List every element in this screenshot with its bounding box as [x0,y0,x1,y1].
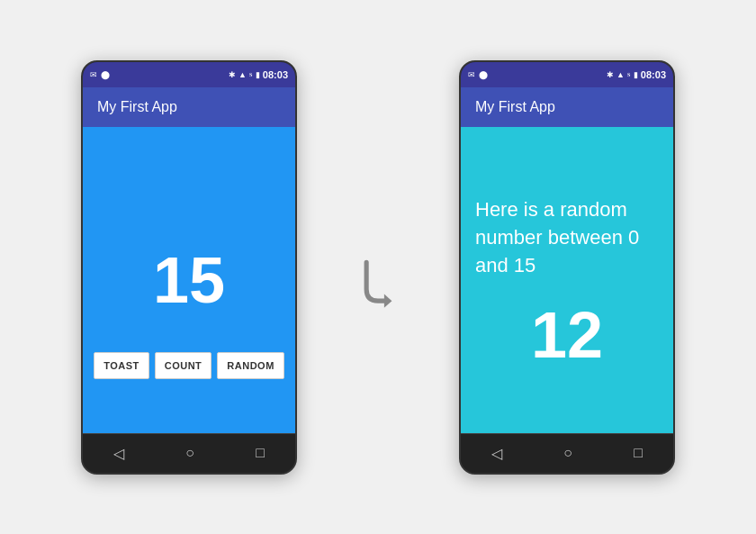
back-button-2[interactable]: ◁ [491,445,502,462]
status-time-2: 08:03 [641,69,666,80]
status-right-1: ✱ ▲ ᵴ ▮ 08:03 [229,69,288,80]
status-time-1: 08:03 [263,69,288,80]
transition-arrow [351,258,405,312]
recent-button-1[interactable]: □ [256,445,265,461]
random-button[interactable]: RANDOM [217,352,284,379]
content-area-1: 15 TOAST COUNT RANDOM [83,127,295,433]
toolbar-2: My First App [461,87,673,127]
content-area-2: Here is a random number between 0 and 15… [461,127,673,433]
phone-2: ✉ ⬤ ✱ ▲ ᵴ ▮ 08:03 My First App Here is a… [459,60,675,475]
bluetooth-icon-2: ✱ [607,70,614,79]
nav-bar-1: ◁ ○ □ [83,433,295,473]
battery-icon-2: ▮ [634,70,638,79]
envelope-icon-2: ✉ [468,70,475,79]
status-left-icons-1: ✉ ⬤ [90,70,110,79]
status-bar-2: ✉ ⬤ ✱ ▲ ᵴ ▮ 08:03 [461,62,673,87]
circle-icon-2: ⬤ [479,70,488,79]
status-right-2: ✱ ▲ ᵴ ▮ 08:03 [607,69,666,80]
svg-marker-0 [384,294,392,307]
home-button-2[interactable]: ○ [563,445,572,461]
display-number-1: 15 [153,243,225,317]
recent-button-2[interactable]: □ [634,445,643,461]
arrow-icon [356,258,400,312]
envelope-icon-1: ✉ [90,70,97,79]
buttons-row: TOAST COUNT RANDOM [94,352,284,379]
nav-bar-2: ◁ ○ □ [461,433,673,473]
count-button[interactable]: COUNT [155,352,212,379]
battery-icon-1: ▮ [256,70,260,79]
wifi-icon-1: ᵴ [249,69,253,79]
random-description: Here is a random number between 0 and 15 [475,187,659,279]
signal-icon-2: ▲ [616,70,625,79]
signal-icon-1: ▲ [238,70,247,79]
status-bar-1: ✉ ⬤ ✱ ▲ ᵴ ▮ 08:03 [83,62,295,87]
phone-1: ✉ ⬤ ✱ ▲ ᵴ ▮ 08:03 My First App 15 TOAST … [81,60,297,475]
circle-icon-1: ⬤ [101,70,110,79]
toolbar-title-1: My First App [97,99,177,115]
toolbar-title-2: My First App [475,99,555,115]
wifi-icon-2: ᵴ [627,69,631,79]
back-button-1[interactable]: ◁ [113,445,124,462]
status-left-icons-2: ✉ ⬤ [468,70,488,79]
home-button-1[interactable]: ○ [185,445,194,461]
display-number-2: 12 [531,298,603,372]
toast-button[interactable]: TOAST [94,352,149,379]
bluetooth-icon-1: ✱ [229,70,236,79]
toolbar-1: My First App [83,87,295,127]
